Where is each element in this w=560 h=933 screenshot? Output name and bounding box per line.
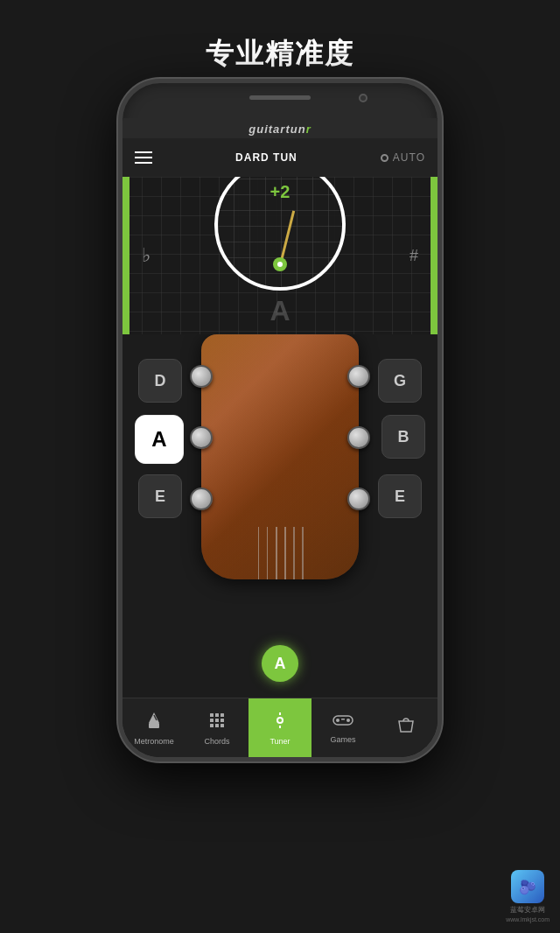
note-btn-d[interactable]: D xyxy=(138,359,182,403)
brand-logo-text: guitartun xyxy=(248,123,305,136)
active-note-circle: A xyxy=(262,645,298,682)
svg-rect-11 xyxy=(220,724,224,727)
hamburger-line-3 xyxy=(135,162,152,164)
note-letter-bg: A xyxy=(270,295,290,327)
right-green-bar xyxy=(430,177,438,334)
svg-rect-4 xyxy=(215,713,219,717)
svg-point-17 xyxy=(336,719,340,722)
watermark-site: 蓝莓安卓网 xyxy=(510,905,545,915)
string-5 xyxy=(293,527,295,579)
auto-button[interactable]: AUTO xyxy=(381,151,425,164)
guitar-section: D G A B E E xyxy=(122,334,438,698)
svg-rect-8 xyxy=(220,719,224,722)
needle-inner-dot xyxy=(277,262,283,267)
tuner-icon xyxy=(270,711,290,734)
tuner-needle-base xyxy=(273,257,287,271)
tuner-circle-wrapper: +2 xyxy=(214,177,346,291)
tuner-label: Tuner xyxy=(270,737,290,746)
string-2 xyxy=(267,527,268,579)
note-row-1: D G xyxy=(122,359,438,403)
games-icon xyxy=(332,712,354,733)
phone-frame: guitartunr DARD TUN AUTO xyxy=(118,79,442,761)
note-row-3: E E xyxy=(122,474,438,518)
auto-circle-icon xyxy=(381,154,388,162)
metronome-label: Metronome xyxy=(134,737,174,746)
top-bar: DARD TUN AUTO xyxy=(122,138,438,177)
metronome-icon xyxy=(144,711,164,734)
tuner-display: ♭ # A +2 xyxy=(122,177,438,334)
page-bg: 专业精准度 guitartunr xyxy=(0,0,560,933)
nav-item-shop[interactable] xyxy=(374,698,438,757)
nav-item-games[interactable]: Games xyxy=(312,698,374,757)
svg-rect-6 xyxy=(210,719,214,722)
note-btn-e-high[interactable]: E xyxy=(378,474,422,518)
svg-marker-1 xyxy=(149,712,159,723)
auto-label-text: AUTO xyxy=(393,151,425,164)
string-6 xyxy=(302,527,304,579)
chords-icon xyxy=(207,711,227,734)
svg-rect-0 xyxy=(149,723,159,728)
left-green-bar xyxy=(122,177,130,334)
hamburger-line-1 xyxy=(135,151,152,153)
phone-speaker xyxy=(249,95,311,100)
watermark: 🫐 蓝莓安卓网 www.lmkjst.com xyxy=(506,870,550,922)
svg-rect-19 xyxy=(341,719,345,720)
svg-rect-3 xyxy=(210,713,214,717)
nav-item-chords[interactable]: Chords xyxy=(186,698,248,757)
svg-rect-10 xyxy=(215,724,219,727)
note-btn-b[interactable]: B xyxy=(382,415,425,459)
note-row-2: A B xyxy=(122,415,438,464)
cents-display: +2 xyxy=(270,182,290,202)
nav-item-tuner[interactable]: Tuner xyxy=(248,698,312,757)
note-btn-g[interactable]: G xyxy=(378,359,422,403)
active-note-indicator: A xyxy=(262,645,298,682)
flat-symbol: ♭ xyxy=(142,244,150,267)
brand-logo-suffix: r xyxy=(306,123,312,136)
string-1 xyxy=(258,527,259,579)
svg-rect-5 xyxy=(220,713,224,717)
chords-label: Chords xyxy=(204,737,229,746)
sharp-symbol: # xyxy=(410,247,418,265)
svg-rect-9 xyxy=(210,724,214,727)
hamburger-menu-button[interactable] xyxy=(135,151,152,164)
phone-wrapper: guitartunr DARD TUN AUTO xyxy=(118,79,442,761)
tuning-label: DARD TUN xyxy=(235,151,298,164)
phone-camera xyxy=(359,94,368,102)
svg-point-13 xyxy=(278,719,282,722)
string-4 xyxy=(284,527,286,579)
watermark-url: www.lmkjst.com xyxy=(506,916,550,922)
note-btn-a-active[interactable]: A xyxy=(135,415,184,464)
svg-point-18 xyxy=(346,719,350,722)
svg-rect-7 xyxy=(215,719,219,722)
hamburger-line-2 xyxy=(135,157,152,158)
tuner-circle: +2 xyxy=(214,177,346,291)
shop-icon xyxy=(397,715,415,739)
brand-logo-bar: guitartunr xyxy=(122,118,438,138)
app-screen: guitartunr DARD TUN AUTO xyxy=(122,118,438,757)
nav-item-metronome[interactable]: Metronome xyxy=(122,698,186,757)
watermark-logo-box: 🫐 xyxy=(511,870,544,903)
note-btn-e-low[interactable]: E xyxy=(138,474,182,518)
string-3 xyxy=(276,527,277,579)
games-label: Games xyxy=(330,735,355,744)
bottom-nav: Metronome xyxy=(122,698,438,757)
